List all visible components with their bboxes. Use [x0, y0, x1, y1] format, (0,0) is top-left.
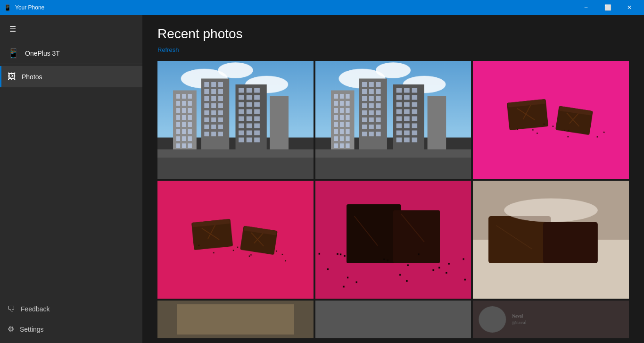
- sidebar-nav: 🖼 Photos: [0, 66, 142, 299]
- sidebar-top: ☰: [0, 15, 142, 43]
- title-bar-controls: – ⬜ ✕: [575, 0, 640, 15]
- sidebar-item-photos[interactable]: 🖼 Photos: [0, 66, 142, 87]
- photo-cell-7[interactable]: [157, 301, 314, 338]
- photos-grid-row3: [157, 301, 629, 338]
- photo-cell-9[interactable]: [473, 301, 629, 338]
- photo-canvas-1: [157, 61, 314, 179]
- sidebar-item-feedback[interactable]: 🗨 Feedback: [0, 299, 142, 319]
- minimize-button[interactable]: –: [575, 0, 597, 15]
- sidebar-settings-label: Settings: [20, 326, 44, 333]
- sidebar-bottom: 🗨 Feedback ⚙ Settings: [0, 299, 142, 343]
- refresh-link[interactable]: Refresh: [157, 46, 179, 53]
- photos-grid-row1: ⧉ Copy Ctrl+C: [157, 61, 629, 179]
- app-icon: 📱: [4, 4, 11, 11]
- settings-icon: ⚙: [8, 325, 14, 334]
- device-name: OnePlus 3T: [25, 50, 60, 57]
- page-title: Recent photos: [157, 26, 629, 42]
- photo-cell-6[interactable]: [473, 181, 629, 299]
- sidebar-device: 📱 OnePlus 3T: [0, 43, 142, 64]
- photo-canvas-5: [315, 181, 471, 299]
- photo-canvas-3: [473, 61, 629, 179]
- hamburger-menu[interactable]: ☰: [8, 21, 135, 37]
- sidebar-item-photos-label: Photos: [22, 73, 42, 81]
- device-icon: 📱: [8, 48, 19, 59]
- photo-cell-2[interactable]: ⧉ Copy Ctrl+C: [315, 61, 471, 179]
- restore-button[interactable]: ⬜: [597, 0, 619, 15]
- app-title: Your Phone: [15, 4, 44, 11]
- photo-cell-1[interactable]: [157, 61, 314, 179]
- photo-canvas-4: [157, 181, 314, 299]
- photos-icon: 🖼: [8, 72, 16, 82]
- photo-canvas-9: [473, 301, 629, 338]
- photos-grid-row2: [157, 181, 629, 299]
- close-button[interactable]: ✕: [619, 0, 640, 15]
- sidebar-item-settings[interactable]: ⚙ Settings: [0, 319, 142, 339]
- sidebar: ☰ 📱 OnePlus 3T 🖼 Photos 🗨 Feedback ⚙ Set…: [0, 15, 142, 343]
- sidebar-feedback-label: Feedback: [21, 305, 50, 313]
- app-body: ☰ 📱 OnePlus 3T 🖼 Photos 🗨 Feedback ⚙ Set…: [0, 15, 644, 343]
- photo-cell-8[interactable]: [315, 301, 471, 338]
- photo-canvas-7: [157, 301, 314, 338]
- feedback-icon: 🗨: [8, 305, 15, 313]
- title-bar: 📱 Your Phone – ⬜ ✕: [0, 0, 644, 15]
- photo-canvas-2: [315, 61, 471, 179]
- photo-cell-5[interactable]: [315, 181, 471, 299]
- photo-cell-4[interactable]: [157, 181, 314, 299]
- photo-canvas-6: [473, 181, 629, 299]
- main-content: Recent photos Refresh ⧉ Copy Ctrl+C: [142, 15, 644, 343]
- photo-cell-3[interactable]: [473, 61, 629, 179]
- title-bar-left: 📱 Your Phone: [4, 4, 44, 11]
